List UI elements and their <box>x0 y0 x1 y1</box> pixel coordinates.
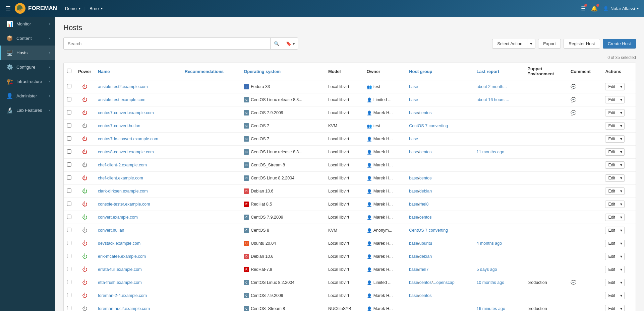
sidebar-item-lab[interactable]: 🔬 Lab Features › <box>0 103 55 118</box>
host-name-link[interactable]: chef-client-2.example.com <box>98 163 147 167</box>
sidebar-item-monitor[interactable]: 📊 Monitor › <box>0 17 55 31</box>
hostgroup-link[interactable]: centos <box>419 215 432 220</box>
edit-button[interactable]: Edit <box>605 214 618 221</box>
hostgroup-link[interactable]: base <box>409 110 418 115</box>
host-name-link[interactable]: erik-mcatee.example.com <box>98 254 146 259</box>
edit-caret-button[interactable]: ▾ <box>618 292 625 299</box>
edit-button[interactable]: Edit <box>605 253 618 260</box>
row-checkbox[interactable] <box>67 228 71 232</box>
host-name-link[interactable]: foreman-nuc2.example.com <box>98 306 150 311</box>
host-name-link[interactable]: ansible-test.example.com <box>98 97 145 102</box>
row-checkbox[interactable] <box>67 162 71 167</box>
edit-caret-button[interactable]: ▾ <box>618 135 625 143</box>
row-checkbox[interactable] <box>67 110 71 114</box>
edit-button[interactable]: Edit <box>605 187 618 195</box>
edit-button[interactable]: Edit <box>605 292 618 299</box>
hostgroup-link[interactable]: base <box>409 84 418 89</box>
edit-caret-button[interactable]: ▾ <box>618 96 625 103</box>
hostgroup-link[interactable]: centos <box>419 280 432 285</box>
host-name-link[interactable]: centos8-convert.example.com <box>98 150 154 154</box>
edit-caret-button[interactable]: ▾ <box>618 161 625 169</box>
edit-caret-button[interactable]: ▾ <box>618 266 625 273</box>
select-all-checkbox[interactable] <box>67 69 71 73</box>
row-checkbox[interactable] <box>67 267 71 271</box>
hostgroup-header[interactable]: Host group <box>406 63 473 80</box>
row-checkbox[interactable] <box>67 241 71 245</box>
hostgroup-link[interactable]: base <box>409 176 418 180</box>
hostgroup-link[interactable]: base <box>409 293 418 298</box>
hostgroup-link[interactable]: base <box>409 97 418 102</box>
export-button[interactable]: Export <box>538 39 561 49</box>
host-name-link[interactable]: errata-full.example.com <box>98 267 142 272</box>
edit-caret-button[interactable]: ▾ <box>618 253 625 260</box>
edit-button[interactable]: Edit <box>605 135 618 143</box>
edit-button[interactable]: Edit <box>605 83 618 90</box>
edit-button[interactable]: Edit <box>605 109 618 116</box>
hostgroup-link[interactable]: base <box>409 241 418 246</box>
org-selector[interactable]: Demo ▾ <box>62 5 83 12</box>
last-report-header[interactable]: Last report <box>473 63 524 80</box>
edit-caret-button[interactable]: ▾ <box>618 240 625 247</box>
edit-button[interactable]: Edit <box>605 201 618 208</box>
sidebar-item-content[interactable]: 📦 Content › <box>0 31 55 46</box>
row-checkbox[interactable] <box>67 215 71 219</box>
hostgroup-link[interactable]: ubuntu <box>419 241 432 246</box>
hamburger-menu[interactable]: ☰ <box>5 5 11 12</box>
register-host-button[interactable]: Register Host <box>564 39 600 49</box>
hostgroup-link[interactable]: base <box>409 254 418 259</box>
edit-caret-button[interactable]: ▾ <box>618 201 625 208</box>
edit-caret-button[interactable]: ▾ <box>618 109 625 116</box>
edit-caret-button[interactable]: ▾ <box>618 214 625 221</box>
sidebar-item-hosts[interactable]: 🖥️ Hosts › <box>0 46 55 60</box>
host-name-link[interactable]: centos7-convert.example.com <box>98 110 154 115</box>
recommendations-header[interactable]: Recommendations <box>181 63 240 80</box>
host-name-link[interactable]: foreman-2-4.example.com <box>98 293 147 298</box>
row-checkbox[interactable] <box>67 175 71 180</box>
last-report-link[interactable]: 5 days ago <box>476 267 497 272</box>
host-name-link[interactable]: chef-client.example.com <box>98 176 143 180</box>
edit-caret-button[interactable]: ▾ <box>618 122 625 130</box>
hostgroup-link[interactable]: ...openscap <box>433 280 455 285</box>
row-checkbox[interactable] <box>67 188 71 193</box>
edit-caret-button[interactable]: ▾ <box>618 227 625 234</box>
messages-icon[interactable]: ☰ <box>581 5 586 12</box>
host-name-link[interactable]: ansible-test2.example.com <box>98 84 148 89</box>
hostgroup-link[interactable]: base <box>409 189 418 193</box>
host-name-link[interactable]: centos7-convert.hu.lan <box>98 124 140 128</box>
hostgroup-link[interactable]: base <box>409 280 418 285</box>
select-action-button[interactable]: Select Action <box>492 39 527 49</box>
select-action-caret[interactable]: ▾ <box>527 39 535 49</box>
sidebar-item-administer[interactable]: 👤 Administer › <box>0 89 55 103</box>
row-checkbox[interactable] <box>67 84 71 88</box>
host-name-link[interactable]: clark-dirksen.example.com <box>98 189 148 193</box>
hostgroup-link[interactable]: centos <box>419 293 432 298</box>
host-name-link[interactable]: centos7dc-convert.example.com <box>98 137 158 141</box>
user-menu[interactable]: 👤 Nofar Alfassi ▾ <box>603 6 639 11</box>
create-host-button[interactable]: Create Host <box>603 39 636 49</box>
sidebar-item-infrastructure[interactable]: 🏗️ Infrastructure › <box>0 74 55 89</box>
row-checkbox[interactable] <box>67 149 71 154</box>
edit-button[interactable]: Edit <box>605 122 618 130</box>
row-checkbox[interactable] <box>67 123 71 128</box>
search-button[interactable]: 🔍 <box>270 38 283 49</box>
sidebar-item-configure[interactable]: ⚙️ Configure › <box>0 60 55 74</box>
edit-caret-button[interactable]: ▾ <box>618 279 625 286</box>
host-name-link[interactable]: convert.example.com <box>98 215 138 220</box>
edit-caret-button[interactable]: ▾ <box>618 83 625 90</box>
edit-caret-button[interactable]: ▾ <box>618 187 625 195</box>
select-all-header[interactable] <box>64 63 75 80</box>
edit-button[interactable]: Edit <box>605 161 618 169</box>
edit-button[interactable]: Edit <box>605 227 618 234</box>
row-checkbox[interactable] <box>67 254 71 258</box>
hostgroup-link[interactable]: centos <box>419 150 432 154</box>
hostgroup-link[interactable]: base <box>409 137 418 141</box>
hostgroup-link[interactable]: base <box>409 202 418 207</box>
hostgroup-link[interactable]: centos <box>419 110 432 115</box>
hostgroup-link[interactable]: debian <box>419 254 432 259</box>
edit-caret-button[interactable]: ▾ <box>618 148 625 156</box>
hostgroup-link[interactable]: centos <box>419 176 432 180</box>
host-name-link[interactable]: etta-frush.example.com <box>98 280 142 285</box>
hostgroup-link[interactable]: rhel8 <box>419 202 429 207</box>
hostgroup-link[interactable]: base <box>409 215 418 220</box>
row-checkbox[interactable] <box>67 136 71 141</box>
